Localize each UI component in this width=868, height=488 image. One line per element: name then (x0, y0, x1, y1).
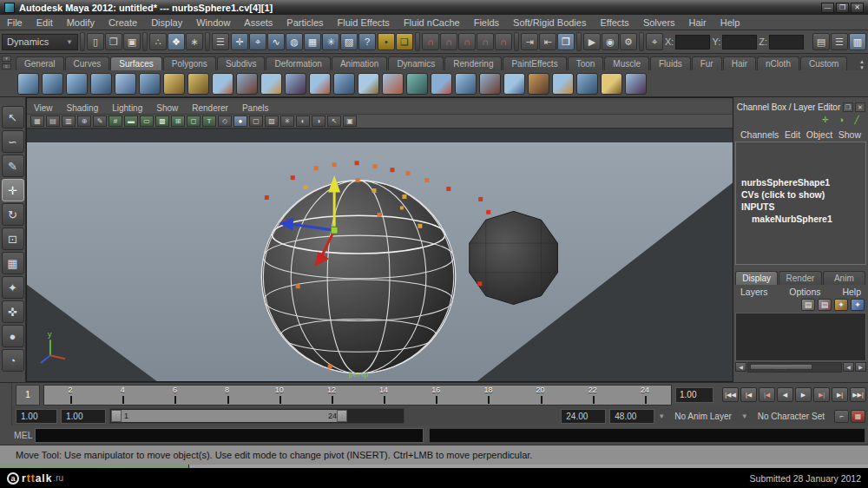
time-tick[interactable]: 16 (410, 386, 462, 405)
time-tick[interactable]: 6 (148, 386, 201, 405)
shelf-extend-surfaces-icon[interactable] (601, 73, 622, 95)
create-layer-from-selected-icon[interactable]: ✦ (851, 299, 865, 311)
menu-item[interactable]: Fluid nCache (397, 17, 467, 28)
go-to-start-button[interactable]: |◀◀ (722, 387, 739, 402)
channel-box-menu-item[interactable]: Edit (785, 129, 800, 140)
shelf-loft-icon[interactable] (236, 73, 258, 95)
channel-box-entry[interactable]: CVs (click to show) (736, 188, 865, 201)
make-live-icon[interactable]: ∩ (495, 33, 512, 50)
shelf-untrim-icon[interactable] (479, 73, 501, 95)
chevron-down-icon[interactable]: ▼ (741, 412, 748, 420)
channel-box-menu-item[interactable]: Channels (740, 129, 779, 140)
shelf-nurbs-cylinder-icon[interactable] (66, 73, 88, 95)
menu-item[interactable]: Solvers (636, 17, 682, 28)
shelf-tab[interactable]: General (16, 56, 64, 70)
y-coord-input[interactable] (722, 35, 757, 49)
time-tick[interactable]: 2 (44, 386, 96, 405)
two-d-pan-zoom-icon[interactable]: ⊕ (77, 115, 91, 127)
menu-item[interactable]: File (0, 17, 30, 28)
viewport-menu-item[interactable]: Panels (235, 103, 276, 113)
menu-item[interactable]: Hair (682, 17, 713, 28)
xray-icon[interactable]: ◑ (312, 115, 326, 127)
lasso-select-tool-icon[interactable]: ∽ (2, 130, 24, 153)
film-gate-icon[interactable]: ▬ (124, 115, 138, 127)
anim-layer-dropdown[interactable]: No Anim Layer (668, 409, 738, 424)
minimize-button[interactable]: — (821, 3, 834, 13)
select-hierarchy-icon[interactable]: ∴ (149, 33, 167, 50)
shelf-tab[interactable]: Curves (65, 56, 110, 70)
viewport-menu-item[interactable]: Renderer (185, 103, 235, 113)
shelf-bevel-plus-icon[interactable] (382, 73, 404, 95)
menu-item[interactable]: Help (713, 17, 747, 28)
range-end-handle[interactable]: ⋮ (337, 410, 347, 422)
rotate-tool-icon[interactable]: ↻ (2, 203, 24, 226)
close-button[interactable]: ✕ (851, 3, 864, 13)
layout-shortcut-icon[interactable]: ◔ (2, 349, 24, 372)
viewport-menu-item[interactable]: View (27, 103, 60, 113)
soft-modification-tool-icon[interactable]: ✦ (2, 276, 24, 299)
image-plane-icon[interactable]: ▥ (62, 115, 76, 127)
animation-preferences-icon[interactable]: ▦ (851, 410, 865, 423)
shelf-selector-icon[interactable]: ▾ (2, 56, 11, 62)
resolution-gate-icon[interactable]: ▭ (140, 115, 154, 127)
layer-editor-tab[interactable]: Anim (823, 271, 865, 285)
safe-title-icon[interactable]: T (202, 115, 216, 127)
menu-set-dropdown[interactable]: Dynamics ▼ (2, 34, 78, 50)
tool-settings-toggle-icon[interactable]: ☰ (831, 33, 848, 50)
move-tool-icon[interactable]: ✛ (2, 179, 24, 201)
mel-command-input[interactable] (35, 428, 424, 443)
select-dynamics-icon[interactable]: ✳ (322, 33, 339, 50)
step-back-frame-button[interactable]: |◀ (740, 387, 757, 402)
output-connections-icon[interactable]: ⇤ (539, 33, 556, 50)
poly-sphere-object[interactable] (470, 211, 558, 304)
scroll-thumb[interactable]: ::::: (750, 364, 812, 370)
shelf-revolve-icon[interactable] (212, 73, 233, 95)
shelf-boundary-icon[interactable] (333, 73, 355, 95)
time-tick[interactable]: 22 (567, 386, 619, 405)
command-line-label[interactable]: MEL (0, 430, 35, 440)
select-object-icon[interactable]: ❖ (168, 33, 185, 50)
play-forwards-button[interactable]: ▶ (795, 387, 812, 402)
time-tick[interactable]: 8 (201, 386, 253, 405)
shelf-nurbs-cone-icon[interactable] (90, 73, 112, 95)
channel-box-entry[interactable]: nurbsSphereShape1 (736, 176, 865, 188)
z-coord-input[interactable] (769, 35, 804, 49)
shelf-project-curve-icon[interactable] (406, 73, 428, 95)
shelf-trim-tool-icon[interactable] (455, 73, 477, 95)
manip-axes-icon[interactable]: ✛ (819, 115, 832, 125)
combined-select-mask-icon[interactable]: ☰ (212, 33, 229, 50)
manip-circle-icon[interactable]: ◑ (835, 115, 847, 125)
animation-start-field[interactable]: 1.00 (16, 409, 57, 424)
pane-layout-icon[interactable]: ▣ (343, 115, 357, 127)
bounding-box-mode-icon[interactable]: ▢ (249, 115, 263, 127)
scroll-left-icon[interactable]: ◀ (735, 362, 746, 372)
status-separator[interactable] (415, 32, 420, 51)
menu-item[interactable]: Particles (279, 17, 330, 28)
select-rendering-icon[interactable]: ▨ (340, 33, 358, 50)
status-separator[interactable] (639, 32, 644, 51)
range-start-handle[interactable]: ⋮ (111, 410, 122, 422)
command-result-field[interactable] (429, 428, 865, 443)
set-selected-layers-icon[interactable]: ▤ (818, 299, 832, 311)
scroll-track[interactable]: ::::: (747, 362, 842, 373)
camera-bookmarks-icon[interactable]: ▤ (46, 115, 60, 127)
safe-action-icon[interactable]: ◻ (187, 115, 201, 127)
channel-box-entry[interactable]: makeNurbSphere1 (736, 213, 865, 225)
play-backwards-button[interactable]: ◀ (777, 387, 793, 402)
layer-editor-tab[interactable]: Render (779, 271, 821, 285)
scroll-left-icon[interactable]: ◀ (843, 362, 854, 372)
select-tool-icon[interactable]: ↖ (2, 106, 24, 129)
perspective-viewport[interactable]: ViewShadingLightingShowRendererPanels ▦▤… (26, 97, 733, 382)
time-tick[interactable]: 4 (96, 386, 148, 405)
layer-editor-menu-item[interactable]: Layers (740, 287, 768, 297)
chevron-down-icon[interactable]: ▼ (658, 412, 665, 420)
playback-end-field[interactable]: 24.00 (561, 409, 606, 424)
status-separator[interactable] (80, 32, 85, 51)
time-tick[interactable]: 20 (515, 386, 567, 405)
shelf-nurbs-sphere-icon[interactable] (17, 73, 39, 95)
menu-item[interactable]: Soft/Rigid Bodies (506, 17, 593, 28)
scroll-right-icon[interactable]: ▶ (855, 362, 866, 372)
shelf-menu-icon[interactable]: ≡ (2, 63, 11, 69)
render-settings-icon[interactable]: ⚙ (620, 33, 637, 50)
time-slider-ruler[interactable]: 2 4 6 8 10 (43, 385, 672, 406)
